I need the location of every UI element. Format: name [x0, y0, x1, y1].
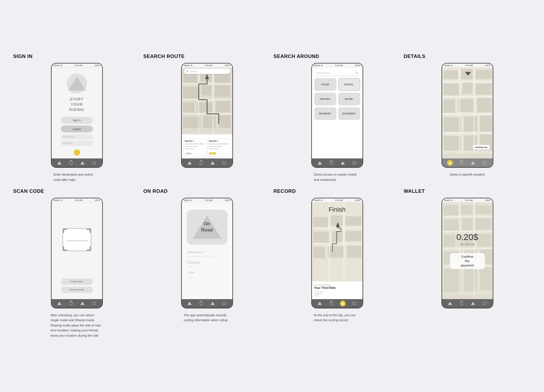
nav-wallet-3[interactable] — [352, 160, 357, 166]
bottom-nav-8 — [442, 299, 493, 308]
search-around-input[interactable]: Search around 🔍 — [314, 70, 360, 76]
username-input[interactable]: User Name — [61, 134, 93, 140]
third-ride-label: Your Third Ride — [314, 286, 360, 289]
status-bar-4: Sketch ▼ 9:41 AM 100% — [442, 63, 493, 68]
nav-home-4[interactable] — [447, 160, 453, 166]
nav-lock-6[interactable] — [198, 301, 204, 306]
time-label: Time — [188, 271, 227, 275]
record-section: RECORD Sketch ▼ 9:41 AM 100% — [272, 186, 402, 341]
bottom-nav-5 — [52, 299, 102, 308]
status-bar-8: Sketch ▼ 9:41 AM 100% — [442, 198, 493, 202]
market-item[interactable]: MARKET — [314, 107, 336, 120]
scan-code-title: SCAN CODE — [13, 188, 44, 194]
svg-rect-23 — [444, 84, 460, 95]
nav-bike-6[interactable] — [210, 301, 216, 306]
nav-bike-7[interactable] — [340, 301, 346, 306]
route-2-select-btn[interactable]: Select — [209, 152, 216, 155]
on-road-section: ON ROAD Sketch ▼ 9:41 AM 100% OnRoad — [142, 186, 272, 341]
nav-home-5[interactable] — [56, 301, 62, 306]
nav-lock-7[interactable] — [328, 301, 334, 306]
single-mode-btn[interactable]: Single Mode — [61, 278, 93, 285]
details-phone: Sketch ▼ 9:41 AM 100% — [441, 63, 493, 168]
route-2-card[interactable]: ROUTE 2 International Trade Office Dista… — [208, 139, 231, 157]
nav-bike-8[interactable] — [470, 301, 476, 306]
log-in-button[interactable]: Log In — [61, 126, 93, 133]
search-around-icon: 🔍 — [355, 72, 358, 74]
search-route-phone: Sketch ▼ 9:41 AM 100% — [181, 63, 233, 168]
on-road-title: ON ROAD — [143, 188, 168, 194]
nav-lock-3[interactable] — [328, 160, 334, 166]
wallet-phone: Sketch ▼ 9:41 AM 100% — [441, 198, 493, 308]
details-description: Select a specific location — [450, 172, 485, 177]
nav-wallet-4[interactable] — [482, 160, 488, 166]
record-info-panel: Your Second Ride Your Third Ride Destina… — [312, 281, 363, 299]
distance-label: Distance — [188, 261, 227, 265]
nav-home[interactable] — [56, 160, 62, 166]
nav-bike-3[interactable] — [340, 160, 346, 166]
svg-rect-44 — [331, 216, 342, 226]
search-around-content: Search around 🔍 FOOD HOTEL TRAVEL BANK M… — [312, 68, 363, 158]
nav-bike-4[interactable] — [470, 160, 476, 166]
wallet-overlay: 0.20$ For This Trip Confirmthepayment — [442, 202, 493, 299]
nav-lock-4[interactable] — [459, 160, 464, 166]
dest-label: Destination — [314, 291, 360, 293]
nav-wallet-5[interactable] — [91, 301, 97, 306]
nav-home-8[interactable] — [447, 301, 453, 306]
svg-rect-30 — [464, 116, 477, 132]
scan-frame — [62, 228, 91, 251]
svg-rect-32 — [444, 136, 461, 151]
bottom-nav-3 — [312, 158, 363, 167]
nav-wallet-7[interactable] — [352, 301, 357, 306]
main-container: SIGN IN Sketch ▼ 9:41 AM 100% STARTYOURR… — [0, 42, 544, 350]
bottom-nav-7 — [312, 299, 363, 308]
sharing-mode-btn[interactable]: Sharing Mode — [61, 287, 93, 293]
nav-lock-8[interactable] — [459, 301, 464, 306]
food-item[interactable]: FOOD — [314, 78, 336, 91]
bottom-nav — [52, 158, 102, 167]
sign-in-button[interactable]: Sign In — [61, 117, 93, 124]
scan-code-description: After unlocking, you can select single m… — [51, 313, 103, 338]
svg-rect-8 — [197, 103, 213, 112]
nav-bike-2[interactable] — [210, 160, 216, 166]
sign-in-phone: Sketch ▼ 9:41 AM 100% STARTYOURRIDING Si… — [51, 63, 103, 168]
details-section: DETAILS Sketch ▼ 9:41 AM 100% — [402, 51, 532, 185]
logo-triangle — [68, 77, 86, 91]
confirm-payment-btn[interactable]: Confirmthepayment — [450, 253, 485, 269]
nav-lock-5[interactable] — [68, 301, 74, 306]
svg-rect-49 — [313, 247, 325, 258]
nav-lock[interactable] — [68, 160, 74, 166]
svg-rect-28 — [477, 98, 492, 112]
hotel-item[interactable]: HOTEL — [338, 78, 360, 91]
sign-in-title: SIGN IN — [13, 54, 33, 59]
nav-home-3[interactable] — [317, 160, 323, 166]
nav-bike[interactable] — [80, 160, 85, 166]
nav-wallet-6[interactable] — [221, 301, 227, 306]
nav-home-2[interactable] — [187, 160, 192, 166]
svg-rect-29 — [444, 117, 461, 132]
route-1-details-btn[interactable]: Details — [185, 152, 192, 155]
nav-wallet[interactable] — [91, 160, 97, 166]
wallet-amount: 0.20$ — [456, 232, 478, 242]
nav-bike-5[interactable] — [80, 301, 85, 306]
nav-home-6[interactable] — [187, 301, 192, 306]
scenery-item[interactable]: SCENERY — [338, 107, 360, 120]
bank-item[interactable]: BANK — [338, 93, 360, 105]
record-phone: Sketch ▼ 9:41 AM 100% — [311, 198, 363, 308]
battery: 100% — [95, 64, 100, 66]
submit-dot[interactable] — [74, 149, 80, 156]
nav-wallet-2[interactable] — [221, 160, 227, 166]
nav-wallet-8[interactable] — [482, 301, 488, 306]
travel-item[interactable]: TRAVEL — [314, 93, 336, 105]
time: 9:41 AM — [75, 64, 82, 66]
nav-lock-2[interactable] — [198, 160, 204, 166]
search-input[interactable]: 🔍 Search... — [184, 69, 230, 74]
svg-rect-1 — [183, 74, 197, 83]
on-road-phone: Sketch ▼ 9:41 AM 100% OnRoad — [181, 198, 233, 308]
password-input[interactable]: Password — [61, 141, 93, 146]
search-route-section: SEARCH ROUTE Sketch ▼ 9:41 AM 100% — [142, 51, 272, 185]
sign-in-content: STARTYOURRIDING Sign In Log In User Name… — [52, 68, 102, 158]
route-1-time: Time: 24min — [185, 148, 205, 150]
nav-home-7[interactable] — [317, 301, 323, 306]
search-icon: 🔍 — [186, 70, 189, 73]
route-1-card[interactable]: ROUTE 1 International Trade Office Dista… — [183, 139, 206, 157]
